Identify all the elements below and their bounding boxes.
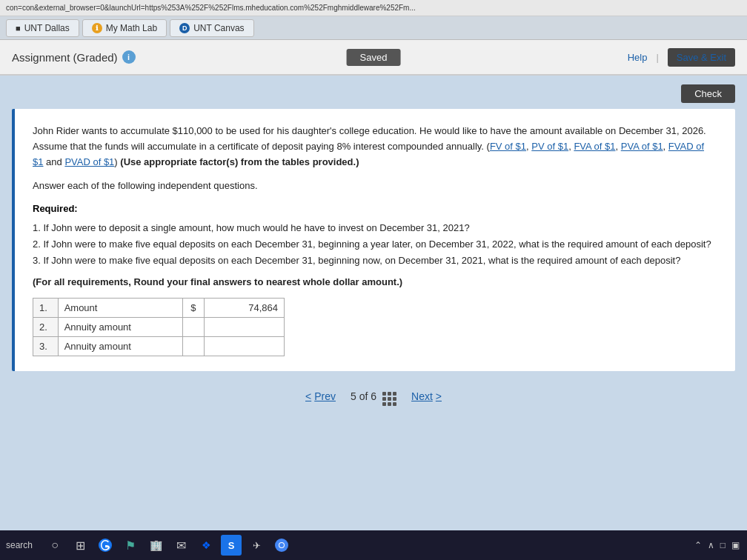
row-3-input[interactable] — [210, 341, 278, 352]
row-2-value[interactable] — [204, 318, 284, 337]
page-info: 5 of 6 — [351, 386, 396, 406]
required-label: Required: — [33, 203, 717, 214]
question-3: 3. If John were to make five equal depos… — [33, 253, 717, 269]
browser-bar: con=con&external_browser=0&launchUrl=htt… — [0, 0, 747, 16]
taskbar-circle-icon[interactable]: ○ — [44, 535, 65, 556]
table-row: 1. Amount $ 74,864 — [33, 299, 285, 318]
taskbar-flag-icon[interactable]: ⚑ — [120, 535, 141, 556]
problem-intro: John Rider wants to accumulate $110,000 … — [33, 125, 706, 167]
grid-icon[interactable] — [382, 386, 396, 406]
tab-my-math-lab-label: My Math Lab — [106, 23, 157, 33]
row-3-dollar — [182, 337, 204, 356]
tab-my-math-lab[interactable]: ℹ My Math Lab — [82, 19, 167, 37]
taskbar-edge-icon[interactable] — [95, 535, 116, 556]
help-link[interactable]: Help — [628, 52, 648, 63]
taskbar-grid-icon[interactable]: ⊞ — [70, 535, 90, 556]
taskbar-chrome-icon[interactable] — [271, 535, 292, 556]
tray-icon-4: ▣ — [730, 540, 741, 550]
question-1: 1. If John were to deposit a single amou… — [33, 220, 717, 236]
taskbar-dropbox-icon[interactable]: ❖ — [196, 535, 216, 556]
tab-unt-canvas[interactable]: D UNT Canvas — [170, 19, 253, 37]
table-row: 2. Annuity amount — [33, 318, 285, 337]
taskbar-plane-icon[interactable]: ✈ — [246, 535, 267, 556]
tab-unt-dallas-label: UNT Dallas — [24, 23, 70, 33]
divider: | — [656, 52, 658, 63]
header-right: Help | Save & Exit — [628, 48, 735, 67]
row-2-input[interactable] — [210, 321, 278, 333]
rounding-note: (For all requirements, Round your final … — [33, 276, 717, 287]
content-card: John Rider wants to accumulate $110,000 … — [12, 109, 735, 371]
row-3-value[interactable] — [204, 337, 284, 356]
assignment-title: Assignment (Graded) i — [12, 50, 136, 64]
prev-button[interactable]: < Prev — [305, 390, 336, 402]
row-1-dollar: $ — [182, 299, 204, 318]
fv-link[interactable]: FV of $1 — [490, 141, 526, 152]
pv-link[interactable]: PV of $1 — [531, 141, 568, 152]
taskbar-search-text: search — [6, 540, 33, 550]
row-1-value: 74,864 — [204, 299, 284, 318]
main-area: Check John Rider wants to accumulate $11… — [0, 76, 747, 530]
table-row: 3. Annuity amount — [33, 337, 285, 356]
nav-bar: < Prev 5 of 6 Next > — [12, 380, 735, 412]
problem-text: John Rider wants to accumulate $110,000 … — [33, 124, 717, 170]
pva-link[interactable]: PVA of $1 — [621, 141, 663, 152]
next-button[interactable]: Next > — [411, 390, 442, 402]
unt-canvas-icon: D — [179, 23, 190, 33]
row-1-label: Amount — [58, 299, 182, 318]
question-list: 1. If John were to deposit a single amou… — [33, 220, 717, 269]
answer-instruction: Answer each of the following independent… — [33, 179, 717, 194]
url-text: con=con&external_browser=0&launchUrl=htt… — [6, 4, 416, 12]
tab-unt-dallas[interactable]: ■ UNT Dallas — [6, 19, 79, 37]
answer-table: 1. Amount $ 74,864 2. Annuity amount 3. … — [33, 298, 285, 356]
my-math-lab-icon: ℹ — [92, 23, 102, 33]
check-button[interactable]: Check — [681, 84, 735, 103]
row-2-num: 2. — [33, 318, 59, 337]
assignment-title-text: Assignment (Graded) — [12, 51, 118, 64]
question-2: 2. If John were to make five equal depos… — [33, 236, 717, 253]
taskbar-s-icon[interactable]: S — [221, 535, 242, 556]
pvad-link[interactable]: PVAD of $1 — [64, 156, 114, 167]
row-3-num: 3. — [33, 337, 59, 356]
row-3-label: Annuity amount — [58, 337, 182, 356]
row-2-dollar — [182, 318, 204, 337]
tab-bar: ■ UNT Dallas ℹ My Math Lab D UNT Canvas — [0, 16, 747, 40]
check-btn-container: Check — [12, 84, 735, 103]
row-2-label: Annuity amount — [58, 318, 182, 337]
taskbar-right: ⌃ ∧ □ ▣ — [693, 540, 741, 550]
tray-icon-2: ∧ — [706, 540, 716, 550]
header-bar: Assignment (Graded) i Saved Help | Save … — [0, 40, 747, 76]
tray-icon-1: ⌃ — [693, 540, 703, 550]
taskbar-building-icon[interactable]: 🏢 — [145, 535, 166, 556]
fva-link[interactable]: FVA of $1 — [574, 141, 615, 152]
taskbar: search ○ ⊞ ⚑ 🏢 ✉ ❖ S ✈ ⌃ ∧ □ ▣ — [0, 530, 747, 560]
taskbar-mail-icon[interactable]: ✉ — [170, 535, 191, 556]
svg-point-3 — [279, 543, 284, 547]
tab-unt-canvas-label: UNT Canvas — [193, 23, 244, 33]
row-1-num: 1. — [33, 299, 59, 318]
info-icon[interactable]: i — [122, 50, 136, 64]
tray-icon-3: □ — [719, 540, 727, 550]
save-exit-button[interactable]: Save & Exit — [668, 48, 735, 67]
saved-badge: Saved — [347, 49, 401, 66]
